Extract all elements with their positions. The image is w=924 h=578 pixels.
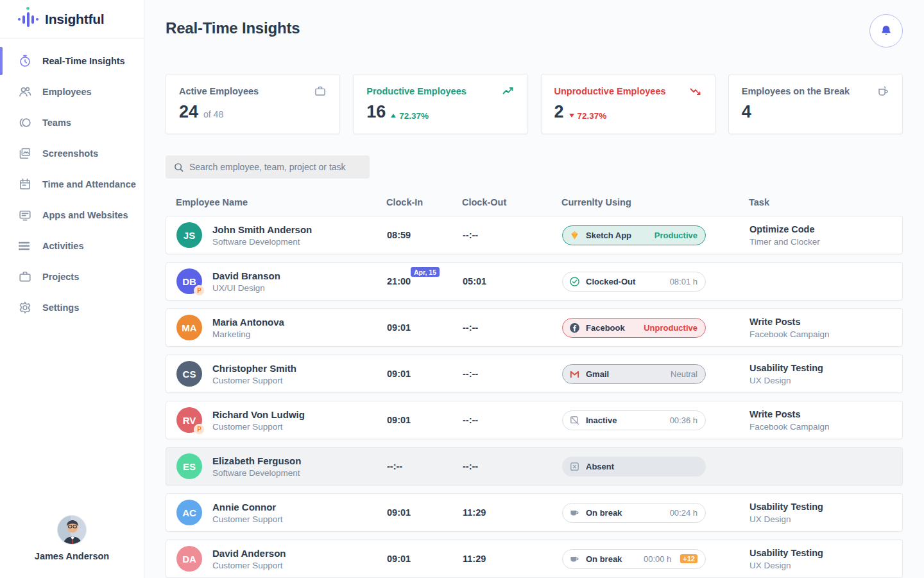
stat-label: Productive Employees [366, 86, 466, 96]
check-circle-icon [569, 276, 580, 287]
table-row[interactable]: AC Annie Connor Customer Support 09:01 1… [166, 493, 903, 532]
current-app-chip[interactable]: Clocked-Out 08:01 h [562, 272, 706, 292]
stat-delta: 72.37% [391, 111, 429, 121]
sidebar-item-time-and-attendance[interactable]: Time and Attendance [0, 169, 144, 200]
stat-card-unproductive-employees[interactable]: Unproductive Employees 2 72.37% [541, 74, 715, 134]
screenshots-icon [18, 146, 32, 161]
people-icon [18, 85, 32, 99]
clock-in-time: 09:01 [387, 415, 411, 425]
clock-in-date-badge: Apr, 15 [411, 267, 440, 277]
stat-value: 16 [366, 102, 386, 122]
current-app-chip[interactable]: Inactive 00:36 h [562, 410, 706, 430]
current-app-chip[interactable]: Facebook Unproductive [562, 318, 706, 338]
employee-team: Marketing [212, 329, 284, 339]
chip-label: Sketch App [586, 231, 631, 240]
table-row[interactable]: DB P David Branson UX/UI Design Apr, 15 … [166, 262, 903, 301]
apps-icon [18, 208, 32, 222]
clock-out-time: --:-- [463, 322, 478, 333]
trend-down-icon [689, 85, 702, 98]
employee-team: Customer Support [212, 376, 296, 385]
current-app-chip[interactable]: Gmail Neutral [562, 364, 706, 384]
brand-name: Insightful [45, 12, 104, 27]
current-app-chip[interactable]: On break 00:24 h [562, 503, 706, 523]
task-subtitle: UX Design [749, 376, 902, 385]
avatar-initials: DA [182, 554, 196, 565]
productivity-p-badge: P [194, 285, 205, 296]
clock-in-time: --:-- [387, 461, 402, 471]
task-title: Usability Testing [749, 548, 902, 558]
sidebar-item-projects[interactable]: Projects [0, 261, 144, 292]
clock-in-time: 21:00 [387, 276, 411, 286]
table-row[interactable]: DA David Anderson Customer Support 09:01… [166, 539, 903, 578]
table-row[interactable]: RV P Richard Von Ludwig Customer Support… [166, 401, 903, 439]
bell-icon [879, 24, 893, 38]
sidebar-item-settings[interactable]: Settings [0, 292, 144, 323]
sidebar-item-activities[interactable]: Activities [0, 231, 144, 261]
gmail-icon [569, 369, 580, 380]
sidebar-item-screenshots[interactable]: Screenshots [0, 138, 144, 169]
task-subtitle: UX Design [749, 514, 902, 524]
chip-label: Absent [586, 462, 614, 471]
calendar-icon [18, 177, 32, 191]
sidebar-item-apps-and-websites[interactable]: Apps and Websites [0, 200, 144, 231]
sidebar-profile[interactable]: James Anderson [0, 504, 144, 578]
sidebar-item-employees[interactable]: Employees [0, 76, 144, 107]
avatar: CS [176, 361, 202, 387]
page-title: Real-Time Insights [166, 19, 300, 37]
table-row[interactable]: MA Maria Antonova Marketing 09:01 --:-- … [166, 308, 903, 347]
main-content: Real-Time Insights Active Employees 24 o… [144, 0, 924, 578]
search-input[interactable] [189, 162, 362, 172]
table-row[interactable]: CS Christopher Smith Customer Support 09… [166, 355, 903, 393]
clock-out-time: --:-- [463, 415, 478, 425]
clock-out-time: --:-- [463, 369, 478, 379]
table-row[interactable]: ES Elizabeth Ferguson Software Developme… [166, 447, 903, 486]
task-title: Optimize Code [749, 224, 902, 234]
avatar: AC [176, 500, 202, 525]
sidebar-item-real-time-insights[interactable]: Real-Time Insights [0, 46, 144, 76]
sidebar-item-teams[interactable]: Teams [0, 107, 144, 138]
employee-name: David Branson [212, 270, 280, 281]
stat-card-active-employees[interactable]: Active Employees 24 of 48 [166, 74, 340, 134]
productivity-p-badge: P [194, 424, 205, 435]
triangle-down-icon [569, 114, 574, 118]
employee-name: Christopher Smith [212, 363, 296, 374]
coffee-mug-icon [569, 507, 580, 518]
current-app-chip[interactable]: On break 00:00 h +12 [562, 549, 706, 569]
chip-label: Clocked-Out [586, 277, 635, 286]
avatar-initials: AC [182, 507, 196, 518]
employee-name: John Smith Anderson [212, 224, 312, 235]
brand: Insightful [0, 0, 144, 39]
timer-icon [18, 54, 32, 68]
avatar-initials: JS [184, 230, 195, 241]
stat-value: 2 [554, 102, 564, 122]
profile-photo [57, 515, 87, 545]
notifications-button[interactable] [869, 14, 903, 48]
employee-team: Software Development [212, 237, 312, 247]
chip-label: Inactive [586, 416, 617, 425]
stat-suffix: of 48 [203, 109, 223, 119]
employee-name: David Anderson [212, 548, 286, 559]
briefcase-icon [18, 270, 32, 284]
avatar-initials: CS [183, 369, 196, 380]
gear-icon [18, 301, 32, 315]
chip-status: Unproductive [644, 323, 697, 333]
chip-status: 00:36 h [670, 416, 697, 425]
employee-team: Customer Support [212, 514, 283, 524]
stat-label: Employees on the Break [742, 86, 850, 96]
current-app-chip[interactable]: Sketch App Productive [562, 225, 706, 245]
employee-name: Maria Antonova [212, 317, 284, 328]
employee-name: Annie Connor [212, 502, 283, 512]
stat-card-productive-employees[interactable]: Productive Employees 16 72.37% [353, 74, 527, 134]
task-subtitle: Facebook Campaign [749, 329, 902, 339]
facebook-icon [569, 322, 580, 333]
current-app-chip[interactable]: Absent [562, 457, 706, 477]
avatar-initials: RV [183, 415, 196, 426]
inactive-icon [569, 415, 580, 426]
column-header-employee-name: Employee Name [166, 197, 386, 207]
employee-team: Software Development [212, 468, 301, 478]
chip-label: Facebook [586, 323, 625, 333]
search-bar[interactable] [166, 155, 370, 179]
employee-name: Richard Von Ludwig [212, 409, 305, 420]
table-row[interactable]: JS John Smith Anderson Software Developm… [166, 216, 903, 254]
stat-card-employees-on-break[interactable]: Employees on the Break 4 [728, 74, 903, 134]
